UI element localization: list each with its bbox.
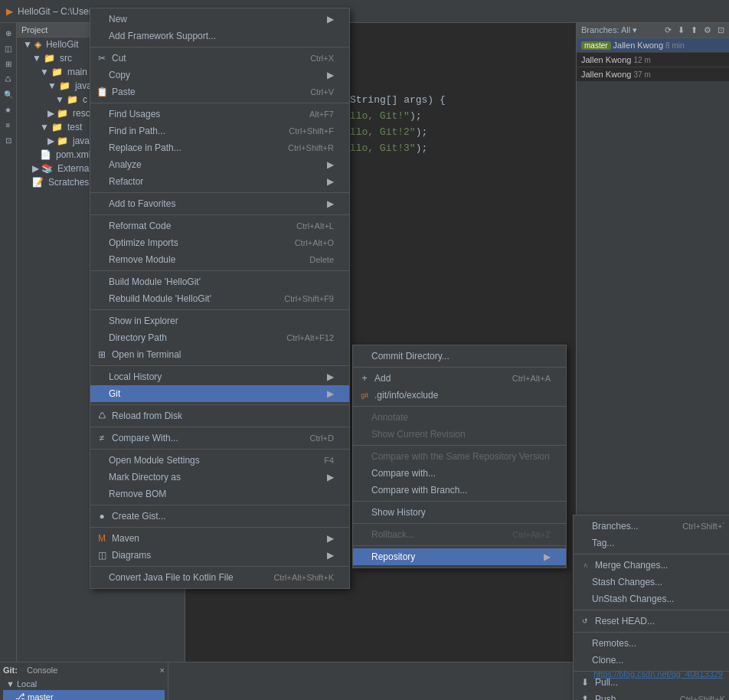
shortcut-text: Ctrl+D	[310, 433, 334, 443]
submenu-arrow-icon: ▶	[327, 198, 334, 209]
menu-item-annotate: Annotate	[353, 409, 566, 426]
menu-item-resethead[interactable]: ↺ Reset HEAD...	[574, 613, 729, 630]
menu-label: Pull...	[595, 677, 725, 688]
git-refresh-icon[interactable]: ⟳	[665, 25, 672, 35]
menu-item-commitdir[interactable]: Commit Directory...	[353, 348, 566, 365]
menu-item-repository[interactable]: Repository ▶	[353, 548, 566, 565]
menu-label: Refactor	[109, 176, 321, 187]
sidebar-icon-8[interactable]: ⊡	[2, 133, 15, 147]
menu-item-gitexclude[interactable]: git .git/info/exclude	[353, 387, 566, 404]
menu-item-dirpath[interactable]: Directory Path Ctrl+Alt+F12	[90, 329, 349, 346]
git-log-entry-1[interactable]: masterJallen Kwong 8 min	[577, 38, 729, 53]
menu-item-analyze[interactable]: Analyze ▶	[90, 156, 349, 173]
menu-item-refactor[interactable]: Refactor ▶	[90, 173, 349, 190]
menu-label: Paste	[112, 87, 295, 97]
sidebar-icon-7[interactable]: ≡	[2, 118, 15, 132]
sidebar-icon-2[interactable]: ◫	[2, 41, 15, 55]
menu-item-localhistory[interactable]: Local History ▶	[90, 368, 349, 385]
tree-label: test	[67, 122, 82, 132]
menu-item-removemodule[interactable]: Remove Module Delete	[90, 251, 349, 268]
submenu-arrow-icon: ▶	[327, 472, 334, 482]
menu-item-rollback: Rollback... Ctrl+Alt+Z	[353, 526, 566, 543]
watermark-link[interactable]: https://blog.csdn.net/qq_40813329	[593, 669, 723, 679]
git-push-icon[interactable]: ⬆	[691, 25, 698, 35]
sidebar-icon-5[interactable]: 🔍	[2, 87, 15, 101]
menu-item-stash[interactable]: Stash Changes...	[574, 574, 729, 590]
menu-item-showhistory[interactable]: Show History	[353, 504, 566, 521]
git-branch-filter[interactable]: Branches: All ▾	[581, 25, 637, 35]
menu-item-new[interactable]: New ▶	[90, 11, 349, 28]
menu-label: Remotes...	[592, 638, 725, 649]
menu-item-comparewith[interactable]: ≠ Compare With... Ctrl+D	[90, 430, 349, 446]
sidebar-icon-3[interactable]: ⊞	[2, 57, 15, 70]
tree-expand-icon: ▼	[40, 67, 49, 77]
paste-icon: 📋	[95, 87, 109, 97]
menu-item-buildmodule[interactable]: Build Module 'HelloGit'	[90, 273, 349, 290]
git-expand-icon[interactable]: ⊡	[718, 25, 724, 35]
shortcut-text: Ctrl+Alt+A	[512, 374, 551, 383]
git-log-entry-2[interactable]: Jallen Kwong 12 m	[577, 53, 729, 67]
menu-item-push[interactable]: ⬆ Push... Ctrl+Shift+K	[574, 691, 729, 700]
menu-item-paste[interactable]: 📋 Paste Ctrl+V	[90, 83, 349, 100]
menu-separator	[90, 103, 349, 103]
menu-item-copy[interactable]: Copy ▶	[90, 67, 349, 83]
git-fetch-icon[interactable]: ⬇	[678, 25, 685, 35]
menu-item-optimizeimports[interactable]: Optimize Imports Ctrl+Alt+O	[90, 234, 349, 251]
menu-item-unstash[interactable]: UnStash Changes...	[574, 590, 729, 607]
menu-item-findusages[interactable]: Find Usages Alt+F7	[90, 106, 349, 123]
git-bottom-panel: Git: Console × ▼ Local ⎇ master	[0, 662, 168, 700]
sidebar-icon-6[interactable]: ★	[2, 103, 15, 116]
menu-item-favorites[interactable]: Add to Favorites ▶	[90, 195, 349, 212]
menu-label: Copy	[109, 70, 321, 80]
menu-label: Repository	[371, 551, 538, 562]
menu-item-rebuildmodule[interactable]: Rebuild Module 'HelloGit' Ctrl+Shift+F9	[90, 290, 349, 307]
left-sidebar: ⊕ ◫ ⊞ ♺ 🔍 ★ ≡ ⊡	[0, 23, 17, 662]
menu-separator	[574, 610, 729, 610]
sidebar-icon-1[interactable]: ⊕	[2, 26, 15, 40]
menu-separator	[90, 270, 349, 271]
menu-item-showinexplorer[interactable]: Show in Explorer	[90, 312, 349, 329]
shortcut-text: Ctrl+Alt+L	[296, 221, 334, 231]
sidebar-icon-4[interactable]: ♺	[2, 72, 15, 86]
menu-item-mergechanges[interactable]: ⑃ Merge Changes...	[574, 557, 729, 574]
context-menu-l1: New ▶ Add Framework Support... ✂ Cut Ctr…	[90, 8, 350, 589]
git-settings-icon[interactable]: ⚙	[704, 25, 711, 35]
tree-expand-icon: ▶	[47, 136, 54, 146]
menu-label: Reformat Code	[109, 221, 281, 231]
menu-separator	[90, 449, 349, 450]
tree-label: main	[67, 67, 87, 77]
menu-label: Commit Directory...	[371, 351, 551, 361]
git-master-branch[interactable]: ⎇ master	[3, 690, 165, 700]
menu-item-reformat[interactable]: Reformat Code Ctrl+Alt+L	[90, 218, 349, 234]
menu-item-terminal[interactable]: ⊞ Open in Terminal	[90, 346, 349, 363]
menu-item-reloaddisk[interactable]: ♺ Reload from Disk	[90, 407, 349, 424]
menu-item-branches[interactable]: Branches... Ctrl+Shift+`	[574, 518, 729, 535]
git-tree: ▼ Local ⎇ master	[3, 678, 165, 700]
menu-item-add[interactable]: + Add Ctrl+Alt+A	[353, 370, 566, 387]
menu-item-markdirectory[interactable]: Mark Directory as ▶	[90, 469, 349, 486]
menu-item-remotes[interactable]: Remotes...	[574, 635, 729, 652]
menu-item-tag[interactable]: Tag...	[574, 535, 729, 551]
menu-item-clone[interactable]: Clone...	[574, 652, 729, 669]
menu-label: Stash Changes...	[592, 577, 725, 587]
menu-item-comparewith2[interactable]: Compare with...	[353, 465, 566, 482]
menu-item-comparewithbranch[interactable]: Compare with Branch...	[353, 482, 566, 499]
menu-item-convertkotlin[interactable]: Convert Java File to Kotlin File Ctrl+Al…	[90, 569, 349, 586]
menu-separator	[574, 554, 729, 554]
menu-item-findinpath[interactable]: Find in Path... Ctrl+Shift+F	[90, 123, 349, 139]
menu-item-replaceinpath[interactable]: Replace in Path... Ctrl+Shift+R	[90, 139, 349, 156]
menu-item-showcurrentrev: Show Current Revision	[353, 426, 566, 443]
shortcut-text: Ctrl+Shift+F	[289, 126, 334, 136]
tree-expand-icon: ▼	[23, 39, 32, 50]
menu-item-creategist[interactable]: ● Create Gist...	[90, 508, 349, 525]
git-log-entry-3[interactable]: Jallen Kwong 37 m	[577, 67, 729, 82]
menu-item-maven[interactable]: M Maven ▶	[90, 530, 349, 547]
menu-item-modulesettings[interactable]: Open Module Settings F4	[90, 452, 349, 469]
menu-item-git[interactable]: Git ▶	[90, 385, 349, 402]
close-icon[interactable]: ×	[160, 666, 165, 675]
menu-item-removebom[interactable]: Remove BOM	[90, 486, 349, 502]
menu-item-cut[interactable]: ✂ Cut Ctrl+X	[90, 50, 349, 67]
menu-item-diagrams[interactable]: ◫ Diagrams ▶	[90, 547, 349, 564]
console-label[interactable]: Console	[27, 666, 57, 675]
menu-item-framework[interactable]: Add Framework Support...	[90, 28, 349, 44]
